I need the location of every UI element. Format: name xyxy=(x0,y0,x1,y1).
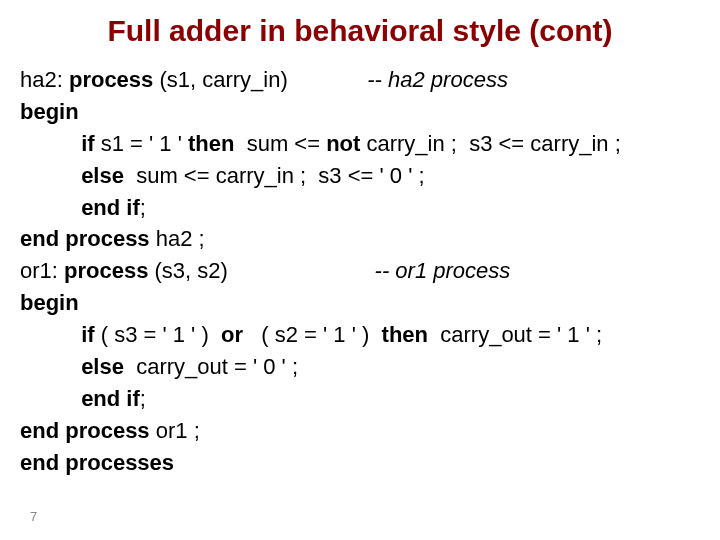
indent xyxy=(20,131,81,156)
keyword-else: else xyxy=(81,163,124,188)
keyword-end-processes: end processes xyxy=(20,450,174,475)
page-number: 7 xyxy=(30,509,37,524)
keyword-end-process: end process xyxy=(20,226,150,251)
text: ha2 ; xyxy=(150,226,205,251)
keyword-then: then xyxy=(382,322,428,347)
keyword-if: if xyxy=(81,131,94,156)
keyword-begin: begin xyxy=(20,290,79,315)
code-line: begin xyxy=(20,96,700,128)
keyword-process: process xyxy=(64,258,148,283)
indent xyxy=(20,354,81,379)
keyword-then: then xyxy=(188,131,234,156)
comment: -- ha2 process xyxy=(367,67,508,92)
code-line: end process ha2 ; xyxy=(20,223,700,255)
code-line: end if; xyxy=(20,383,700,415)
text: ( s2 = ' 1 ' ) xyxy=(243,322,382,347)
code-line: begin xyxy=(20,287,700,319)
slide-title: Full adder in behavioral style (cont) xyxy=(20,14,700,48)
keyword-end-if: end if xyxy=(81,386,140,411)
indent xyxy=(20,386,81,411)
keyword-end-process: end process xyxy=(20,418,150,443)
text: carry_out = ' 0 ' ; xyxy=(124,354,298,379)
code-line: or1: process (s3, s2) -- or1 process xyxy=(20,255,700,287)
indent xyxy=(20,163,81,188)
text: sum <= carry_in ; s3 <= ' 0 ' ; xyxy=(124,163,425,188)
text: ; xyxy=(140,386,146,411)
text: ha2: xyxy=(20,67,69,92)
keyword-else: else xyxy=(81,354,124,379)
code-line: end processes xyxy=(20,447,700,479)
text: s1 = ' 1 ' xyxy=(95,131,188,156)
text: or1 ; xyxy=(150,418,200,443)
slide: Full adder in behavioral style (cont) ha… xyxy=(0,0,720,540)
code-body: ha2: process (s1, carry_in) -- ha2 proce… xyxy=(20,64,700,479)
code-line: if ( s3 = ' 1 ' ) or ( s2 = ' 1 ' ) then… xyxy=(20,319,700,351)
keyword-end-if: end if xyxy=(81,195,140,220)
text: (s1, carry_in) xyxy=(153,67,367,92)
comment: -- or1 process xyxy=(375,258,511,283)
indent xyxy=(20,322,81,347)
keyword-not: not xyxy=(326,131,360,156)
text: carry_in ; s3 <= carry_in ; xyxy=(360,131,620,156)
code-line: end if; xyxy=(20,192,700,224)
code-line: else carry_out = ' 0 ' ; xyxy=(20,351,700,383)
code-line: if s1 = ' 1 ' then sum <= not carry_in ;… xyxy=(20,128,700,160)
code-line: ha2: process (s1, carry_in) -- ha2 proce… xyxy=(20,64,700,96)
keyword-process: process xyxy=(69,67,153,92)
text: (s3, s2) xyxy=(148,258,374,283)
keyword-begin: begin xyxy=(20,99,79,124)
text: sum <= xyxy=(234,131,326,156)
keyword-if: if xyxy=(81,322,94,347)
keyword-or: or xyxy=(221,322,243,347)
code-line: else sum <= carry_in ; s3 <= ' 0 ' ; xyxy=(20,160,700,192)
text: or1: xyxy=(20,258,64,283)
text: ( s3 = ' 1 ' ) xyxy=(95,322,221,347)
code-line: end process or1 ; xyxy=(20,415,700,447)
text: carry_out = ' 1 ' ; xyxy=(428,322,602,347)
text: ; xyxy=(140,195,146,220)
indent xyxy=(20,195,81,220)
